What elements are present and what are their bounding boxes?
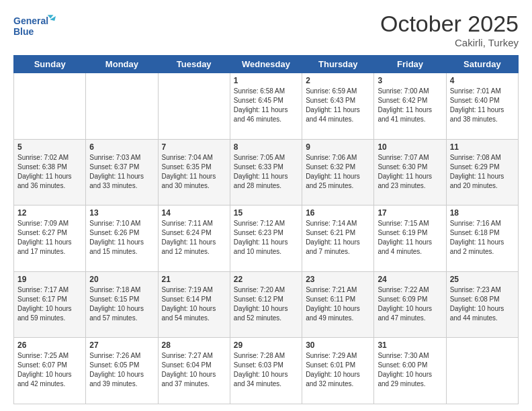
month-title: October 2025 <box>380 11 519 37</box>
table-row: 6Sunrise: 7:03 AM Sunset: 6:37 PM Daylig… <box>86 139 158 205</box>
table-row: 12Sunrise: 7:09 AM Sunset: 6:27 PM Dayli… <box>14 205 86 272</box>
day-number: 12 <box>17 208 82 218</box>
day-number: 20 <box>89 275 154 284</box>
day-info: Sunrise: 7:15 AM Sunset: 6:19 PM Dayligh… <box>378 219 442 257</box>
day-number: 30 <box>306 340 370 350</box>
table-row: 25Sunrise: 7:23 AM Sunset: 6:08 PM Dayli… <box>446 271 518 338</box>
table-row: 24Sunrise: 7:22 AM Sunset: 6:09 PM Dayli… <box>374 271 446 338</box>
table-row: 27Sunrise: 7:26 AM Sunset: 6:05 PM Dayli… <box>86 338 158 404</box>
day-number: 25 <box>450 275 515 284</box>
day-number: 9 <box>306 142 370 152</box>
day-number: 27 <box>89 340 154 350</box>
table-row: 22Sunrise: 7:20 AM Sunset: 6:12 PM Dayli… <box>230 271 302 338</box>
day-number: 6 <box>89 142 154 152</box>
day-number: 22 <box>234 275 298 284</box>
day-number: 7 <box>162 142 226 152</box>
calendar-header-row: Sunday Monday Tuesday Wednesday Thursday… <box>14 56 519 73</box>
day-number: 16 <box>306 208 370 218</box>
day-info: Sunrise: 7:12 AM Sunset: 6:23 PM Dayligh… <box>234 219 298 257</box>
day-info: Sunrise: 7:08 AM Sunset: 6:29 PM Dayligh… <box>450 153 515 191</box>
calendar-week-row: 12Sunrise: 7:09 AM Sunset: 6:27 PM Dayli… <box>14 205 519 272</box>
day-info: Sunrise: 7:17 AM Sunset: 6:17 PM Dayligh… <box>17 285 82 323</box>
day-info: Sunrise: 7:09 AM Sunset: 6:27 PM Dayligh… <box>17 219 82 257</box>
day-number: 23 <box>306 275 370 284</box>
table-row: 8Sunrise: 7:05 AM Sunset: 6:33 PM Daylig… <box>230 139 302 205</box>
table-row: 15Sunrise: 7:12 AM Sunset: 6:23 PM Dayli… <box>230 205 302 272</box>
location: Cakirli, Turkey <box>380 37 519 48</box>
page-header: General Blue October 2025 Cakirli, Turke… <box>13 11 519 48</box>
table-row: 7Sunrise: 7:04 AM Sunset: 6:35 PM Daylig… <box>158 139 230 205</box>
table-row: 21Sunrise: 7:19 AM Sunset: 6:14 PM Dayli… <box>158 271 230 338</box>
day-info: Sunrise: 7:28 AM Sunset: 6:03 PM Dayligh… <box>234 351 298 389</box>
day-info: Sunrise: 7:29 AM Sunset: 6:01 PM Dayligh… <box>306 351 370 389</box>
title-block: October 2025 Cakirli, Turkey <box>380 11 519 48</box>
day-number: 1 <box>234 76 298 85</box>
day-info: Sunrise: 7:02 AM Sunset: 6:38 PM Dayligh… <box>17 153 82 191</box>
table-row: 1Sunrise: 6:58 AM Sunset: 6:45 PM Daylig… <box>230 73 302 140</box>
table-row <box>86 73 158 140</box>
day-info: Sunrise: 7:01 AM Sunset: 6:40 PM Dayligh… <box>450 87 515 124</box>
day-number: 11 <box>450 142 515 152</box>
logo: General Blue <box>13 11 60 41</box>
table-row: 31Sunrise: 7:30 AM Sunset: 6:00 PM Dayli… <box>374 338 446 404</box>
col-friday: Friday <box>374 56 446 73</box>
calendar-week-row: 5Sunrise: 7:02 AM Sunset: 6:38 PM Daylig… <box>14 139 519 205</box>
table-row: 16Sunrise: 7:14 AM Sunset: 6:21 PM Dayli… <box>302 205 374 272</box>
table-row <box>446 338 518 404</box>
table-row: 4Sunrise: 7:01 AM Sunset: 6:40 PM Daylig… <box>446 73 518 140</box>
day-number: 15 <box>234 208 298 218</box>
table-row: 23Sunrise: 7:21 AM Sunset: 6:11 PM Dayli… <box>302 271 374 338</box>
table-row: 13Sunrise: 7:10 AM Sunset: 6:26 PM Dayli… <box>86 205 158 272</box>
table-row: 28Sunrise: 7:27 AM Sunset: 6:04 PM Dayli… <box>158 338 230 404</box>
day-info: Sunrise: 7:05 AM Sunset: 6:33 PM Dayligh… <box>234 153 298 191</box>
day-number: 29 <box>234 340 298 350</box>
col-wednesday: Wednesday <box>230 56 302 73</box>
table-row: 18Sunrise: 7:16 AM Sunset: 6:18 PM Dayli… <box>446 205 518 272</box>
table-row <box>158 73 230 140</box>
day-info: Sunrise: 7:18 AM Sunset: 6:15 PM Dayligh… <box>89 285 154 323</box>
day-number: 4 <box>450 76 515 85</box>
col-sunday: Sunday <box>14 56 86 73</box>
day-info: Sunrise: 7:16 AM Sunset: 6:18 PM Dayligh… <box>450 219 515 257</box>
col-thursday: Thursday <box>302 56 374 73</box>
day-info: Sunrise: 7:04 AM Sunset: 6:35 PM Dayligh… <box>162 153 226 191</box>
day-number: 13 <box>89 208 154 218</box>
day-number: 17 <box>378 208 442 218</box>
day-info: Sunrise: 6:59 AM Sunset: 6:43 PM Dayligh… <box>306 87 370 124</box>
calendar-table: Sunday Monday Tuesday Wednesday Thursday… <box>13 55 519 404</box>
day-info: Sunrise: 7:22 AM Sunset: 6:09 PM Dayligh… <box>378 285 442 323</box>
calendar-week-row: 19Sunrise: 7:17 AM Sunset: 6:17 PM Dayli… <box>14 271 519 338</box>
table-row: 2Sunrise: 6:59 AM Sunset: 6:43 PM Daylig… <box>302 73 374 140</box>
calendar-week-row: 1Sunrise: 6:58 AM Sunset: 6:45 PM Daylig… <box>14 73 519 140</box>
day-number: 2 <box>306 76 370 85</box>
day-info: Sunrise: 7:14 AM Sunset: 6:21 PM Dayligh… <box>306 219 370 257</box>
table-row: 29Sunrise: 7:28 AM Sunset: 6:03 PM Dayli… <box>230 338 302 404</box>
day-info: Sunrise: 7:10 AM Sunset: 6:26 PM Dayligh… <box>89 219 154 257</box>
day-number: 19 <box>17 275 82 284</box>
table-row: 5Sunrise: 7:02 AM Sunset: 6:38 PM Daylig… <box>14 139 86 205</box>
day-info: Sunrise: 6:58 AM Sunset: 6:45 PM Dayligh… <box>234 87 298 124</box>
day-number: 14 <box>162 208 226 218</box>
day-info: Sunrise: 7:03 AM Sunset: 6:37 PM Dayligh… <box>89 153 154 191</box>
day-info: Sunrise: 7:21 AM Sunset: 6:11 PM Dayligh… <box>306 285 370 323</box>
table-row: 9Sunrise: 7:06 AM Sunset: 6:32 PM Daylig… <box>302 139 374 205</box>
day-info: Sunrise: 7:26 AM Sunset: 6:05 PM Dayligh… <box>89 351 154 389</box>
day-number: 3 <box>378 76 442 85</box>
day-number: 26 <box>17 340 82 350</box>
table-row: 14Sunrise: 7:11 AM Sunset: 6:24 PM Dayli… <box>158 205 230 272</box>
table-row <box>14 73 86 140</box>
day-number: 8 <box>234 142 298 152</box>
day-info: Sunrise: 7:06 AM Sunset: 6:32 PM Dayligh… <box>306 153 370 191</box>
day-number: 10 <box>378 142 442 152</box>
day-info: Sunrise: 7:07 AM Sunset: 6:30 PM Dayligh… <box>378 153 442 191</box>
col-tuesday: Tuesday <box>158 56 230 73</box>
generalblue-logo: General Blue <box>13 11 60 41</box>
svg-text:Blue: Blue <box>13 26 34 37</box>
day-number: 24 <box>378 275 442 284</box>
day-info: Sunrise: 7:23 AM Sunset: 6:08 PM Dayligh… <box>450 285 515 323</box>
day-number: 31 <box>378 340 442 350</box>
table-row: 11Sunrise: 7:08 AM Sunset: 6:29 PM Dayli… <box>446 139 518 205</box>
table-row: 17Sunrise: 7:15 AM Sunset: 6:19 PM Dayli… <box>374 205 446 272</box>
table-row: 20Sunrise: 7:18 AM Sunset: 6:15 PM Dayli… <box>86 271 158 338</box>
day-number: 5 <box>17 142 82 152</box>
